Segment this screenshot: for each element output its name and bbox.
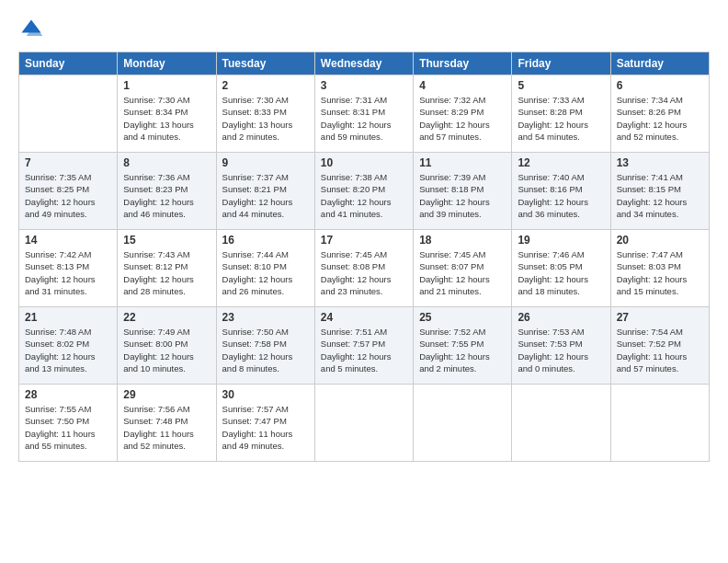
day-info: Sunrise: 7:40 AM Sunset: 8:16 PM Dayligh… <box>518 171 604 220</box>
calendar-cell: 1Sunrise: 7:30 AM Sunset: 8:34 PM Daylig… <box>118 75 216 153</box>
day-number: 21 <box>25 311 111 324</box>
day-info: Sunrise: 7:46 AM Sunset: 8:05 PM Dayligh… <box>518 248 604 297</box>
calendar-cell: 20Sunrise: 7:47 AM Sunset: 8:03 PM Dayli… <box>610 230 709 307</box>
calendar-cell: 13Sunrise: 7:41 AM Sunset: 8:15 PM Dayli… <box>610 153 709 230</box>
day-info: Sunrise: 7:41 AM Sunset: 8:15 PM Dayligh… <box>617 171 703 220</box>
calendar-cell: 28Sunrise: 7:55 AM Sunset: 7:50 PM Dayli… <box>19 385 118 462</box>
day-info: Sunrise: 7:33 AM Sunset: 8:28 PM Dayligh… <box>518 94 604 143</box>
day-number: 8 <box>123 156 210 169</box>
header-day: Saturday <box>610 52 709 75</box>
day-info: Sunrise: 7:35 AM Sunset: 8:25 PM Dayligh… <box>25 171 111 220</box>
logo-icon <box>18 17 44 42</box>
calendar-cell: 2Sunrise: 7:30 AM Sunset: 8:33 PM Daylig… <box>216 75 314 153</box>
day-number: 5 <box>518 79 604 92</box>
calendar-cell: 27Sunrise: 7:54 AM Sunset: 7:52 PM Dayli… <box>610 307 709 385</box>
calendar-cell: 29Sunrise: 7:56 AM Sunset: 7:48 PM Dayli… <box>118 385 216 462</box>
day-number: 19 <box>518 234 604 247</box>
header-day: Monday <box>118 52 216 75</box>
day-number: 11 <box>419 156 506 169</box>
day-info: Sunrise: 7:37 AM Sunset: 8:21 PM Dayligh… <box>222 171 309 220</box>
day-number: 22 <box>123 311 210 324</box>
day-info: Sunrise: 7:30 AM Sunset: 8:33 PM Dayligh… <box>222 94 309 143</box>
day-number: 24 <box>321 311 407 324</box>
calendar-week-row: 28Sunrise: 7:55 AM Sunset: 7:50 PM Dayli… <box>19 385 710 462</box>
page: SundayMondayTuesdayWednesdayThursdayFrid… <box>0 0 728 563</box>
calendar-cell: 4Sunrise: 7:32 AM Sunset: 8:29 PM Daylig… <box>414 75 512 153</box>
day-number: 30 <box>222 388 309 401</box>
day-info: Sunrise: 7:45 AM Sunset: 8:07 PM Dayligh… <box>419 248 506 297</box>
day-number: 27 <box>617 311 703 324</box>
day-number: 20 <box>617 234 703 247</box>
calendar-cell: 7Sunrise: 7:35 AM Sunset: 8:25 PM Daylig… <box>19 153 118 230</box>
header-day: Wednesday <box>314 52 413 75</box>
calendar-cell: 18Sunrise: 7:45 AM Sunset: 8:07 PM Dayli… <box>414 230 512 307</box>
calendar-cell: 12Sunrise: 7:40 AM Sunset: 8:16 PM Dayli… <box>512 153 610 230</box>
day-number: 28 <box>25 388 111 401</box>
calendar-cell <box>414 385 512 462</box>
day-number: 29 <box>123 388 210 401</box>
day-info: Sunrise: 7:47 AM Sunset: 8:03 PM Dayligh… <box>617 248 703 297</box>
day-info: Sunrise: 7:52 AM Sunset: 7:55 PM Dayligh… <box>419 326 506 374</box>
day-info: Sunrise: 7:34 AM Sunset: 8:26 PM Dayligh… <box>617 94 703 143</box>
day-info: Sunrise: 7:45 AM Sunset: 8:08 PM Dayligh… <box>321 248 407 297</box>
calendar-cell: 14Sunrise: 7:42 AM Sunset: 8:13 PM Dayli… <box>19 230 118 307</box>
day-info: Sunrise: 7:42 AM Sunset: 8:13 PM Dayligh… <box>25 248 111 297</box>
day-number: 13 <box>617 156 703 169</box>
day-info: Sunrise: 7:38 AM Sunset: 8:20 PM Dayligh… <box>321 171 407 220</box>
day-info: Sunrise: 7:55 AM Sunset: 7:50 PM Dayligh… <box>25 403 111 452</box>
calendar-cell: 10Sunrise: 7:38 AM Sunset: 8:20 PM Dayli… <box>314 153 413 230</box>
day-number: 7 <box>25 156 111 169</box>
day-info: Sunrise: 7:36 AM Sunset: 8:23 PM Dayligh… <box>123 171 210 220</box>
header-day: Sunday <box>19 52 118 75</box>
calendar-cell <box>314 385 413 462</box>
calendar-cell: 17Sunrise: 7:45 AM Sunset: 8:08 PM Dayli… <box>314 230 413 307</box>
calendar-cell: 3Sunrise: 7:31 AM Sunset: 8:31 PM Daylig… <box>314 75 413 153</box>
day-info: Sunrise: 7:53 AM Sunset: 7:53 PM Dayligh… <box>518 326 604 374</box>
calendar-week-row: 21Sunrise: 7:48 AM Sunset: 8:02 PM Dayli… <box>19 307 710 385</box>
day-number: 14 <box>25 234 111 247</box>
day-number: 4 <box>419 79 506 92</box>
day-info: Sunrise: 7:44 AM Sunset: 8:10 PM Dayligh… <box>222 248 309 297</box>
calendar-cell: 22Sunrise: 7:49 AM Sunset: 8:00 PM Dayli… <box>118 307 216 385</box>
day-number: 16 <box>222 234 309 247</box>
calendar-cell: 26Sunrise: 7:53 AM Sunset: 7:53 PM Dayli… <box>512 307 610 385</box>
calendar-cell: 30Sunrise: 7:57 AM Sunset: 7:47 PM Dayli… <box>216 385 314 462</box>
day-number: 6 <box>617 79 703 92</box>
logo <box>18 17 48 42</box>
calendar-cell <box>610 385 709 462</box>
calendar-cell: 8Sunrise: 7:36 AM Sunset: 8:23 PM Daylig… <box>118 153 216 230</box>
day-number: 9 <box>222 156 309 169</box>
header-row: SundayMondayTuesdayWednesdayThursdayFrid… <box>19 52 710 75</box>
day-number: 3 <box>321 79 407 92</box>
day-number: 26 <box>518 311 604 324</box>
day-info: Sunrise: 7:49 AM Sunset: 8:00 PM Dayligh… <box>123 326 210 374</box>
day-number: 18 <box>419 234 506 247</box>
calendar-week-row: 7Sunrise: 7:35 AM Sunset: 8:25 PM Daylig… <box>19 153 710 230</box>
calendar-table: SundayMondayTuesdayWednesdayThursdayFrid… <box>18 52 710 462</box>
day-info: Sunrise: 7:39 AM Sunset: 8:18 PM Dayligh… <box>419 171 506 220</box>
day-number: 17 <box>321 234 407 247</box>
calendar-cell: 9Sunrise: 7:37 AM Sunset: 8:21 PM Daylig… <box>216 153 314 230</box>
day-info: Sunrise: 7:32 AM Sunset: 8:29 PM Dayligh… <box>419 94 506 143</box>
day-number: 15 <box>123 234 210 247</box>
day-number: 2 <box>222 79 309 92</box>
header-day: Tuesday <box>216 52 314 75</box>
day-info: Sunrise: 7:57 AM Sunset: 7:47 PM Dayligh… <box>222 403 309 452</box>
day-info: Sunrise: 7:50 AM Sunset: 7:58 PM Dayligh… <box>222 326 309 374</box>
day-info: Sunrise: 7:54 AM Sunset: 7:52 PM Dayligh… <box>617 326 703 374</box>
day-number: 12 <box>518 156 604 169</box>
day-info: Sunrise: 7:51 AM Sunset: 7:57 PM Dayligh… <box>321 326 407 374</box>
calendar-cell <box>19 75 118 153</box>
day-info: Sunrise: 7:56 AM Sunset: 7:48 PM Dayligh… <box>123 403 210 452</box>
calendar-week-row: 1Sunrise: 7:30 AM Sunset: 8:34 PM Daylig… <box>19 75 710 153</box>
calendar-cell: 11Sunrise: 7:39 AM Sunset: 8:18 PM Dayli… <box>414 153 512 230</box>
day-info: Sunrise: 7:31 AM Sunset: 8:31 PM Dayligh… <box>321 94 407 143</box>
calendar-cell: 5Sunrise: 7:33 AM Sunset: 8:28 PM Daylig… <box>512 75 610 153</box>
day-number: 25 <box>419 311 506 324</box>
calendar-cell: 23Sunrise: 7:50 AM Sunset: 7:58 PM Dayli… <box>216 307 314 385</box>
calendar-cell: 19Sunrise: 7:46 AM Sunset: 8:05 PM Dayli… <box>512 230 610 307</box>
calendar-cell: 6Sunrise: 7:34 AM Sunset: 8:26 PM Daylig… <box>610 75 709 153</box>
calendar-cell: 24Sunrise: 7:51 AM Sunset: 7:57 PM Dayli… <box>314 307 413 385</box>
day-number: 10 <box>321 156 407 169</box>
calendar-cell: 16Sunrise: 7:44 AM Sunset: 8:10 PM Dayli… <box>216 230 314 307</box>
